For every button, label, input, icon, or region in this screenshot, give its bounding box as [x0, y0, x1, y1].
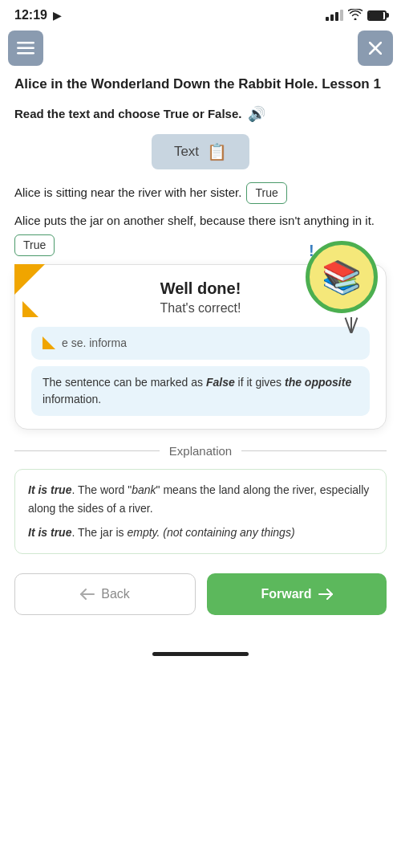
signal-icon [326, 10, 343, 21]
nav-bar [0, 27, 401, 72]
speaker-icon[interactable]: 🔊 [248, 105, 265, 123]
telescope-illustration: 📚 [306, 241, 394, 329]
divider-left [14, 450, 160, 451]
text-button[interactable]: Text 📋 [152, 134, 249, 169]
svg-rect-0 [17, 42, 34, 44]
wifi-icon [348, 9, 363, 22]
book-telescope-icon: 📚 [322, 259, 362, 296]
explanation-box: It is true. The word "bank" means the la… [14, 469, 387, 553]
true-badge-1[interactable]: True [246, 182, 286, 204]
status-icons [326, 9, 387, 22]
explanation-item-1: It is true. The word "bank" means the la… [28, 481, 373, 517]
sentence-text-2: Alice puts the jar on another shelf, bec… [14, 212, 375, 230]
text-button-wrap: Text 📋 [0, 134, 401, 169]
bottom-buttons: Back Forward [0, 554, 401, 628]
text-button-label: Text [174, 144, 199, 160]
info-box-partial: e se. informa [31, 327, 370, 360]
book-icon: 📋 [207, 142, 227, 161]
instruction: Read the text and choose True or False. … [0, 104, 401, 134]
svg-rect-1 [17, 47, 34, 50]
close-button[interactable] [358, 31, 393, 66]
sentence-row-1: Alice is sitting near the river with her… [14, 182, 387, 204]
explanation-divider: Explanation [14, 444, 387, 458]
well-done-card: 📚 Well done! That's correct! e se. infor… [14, 264, 387, 430]
svg-rect-2 [17, 52, 34, 55]
explanation-label: Explanation [169, 444, 232, 458]
forward-button[interactable]: Forward [207, 573, 387, 615]
explanation-section: Explanation It is true. The word "bank" … [0, 430, 401, 553]
lesson-title: Alice in the Wonderland Down the Rabbit … [0, 72, 401, 104]
status-time: 12:19 ▶ [14, 8, 61, 22]
forward-label: Forward [261, 587, 311, 601]
home-indicator [0, 628, 401, 666]
info-box-full: The sentence can be marked as False if i… [31, 366, 370, 416]
status-bar: 12:19 ▶ [0, 0, 401, 27]
menu-button[interactable] [8, 31, 43, 66]
instruction-text: Read the text and choose True or False. [14, 107, 241, 120]
explanation-item-2: It is true. The jar is empty. (not conta… [28, 524, 373, 541]
battery-icon [367, 10, 387, 21]
home-bar [152, 652, 249, 656]
back-label: Back [101, 587, 130, 601]
sentence-text-1: Alice is sitting near the river with her… [14, 184, 241, 202]
divider-right [241, 450, 387, 451]
true-badge-2[interactable]: True [14, 234, 55, 256]
info-partial-text: e se. informa [62, 335, 127, 352]
back-button[interactable]: Back [14, 573, 196, 615]
mini-triangle-icon [43, 336, 55, 349]
well-done-section: ! ↑ ? 📚 Well done! That's correct! e se.… [0, 264, 401, 430]
